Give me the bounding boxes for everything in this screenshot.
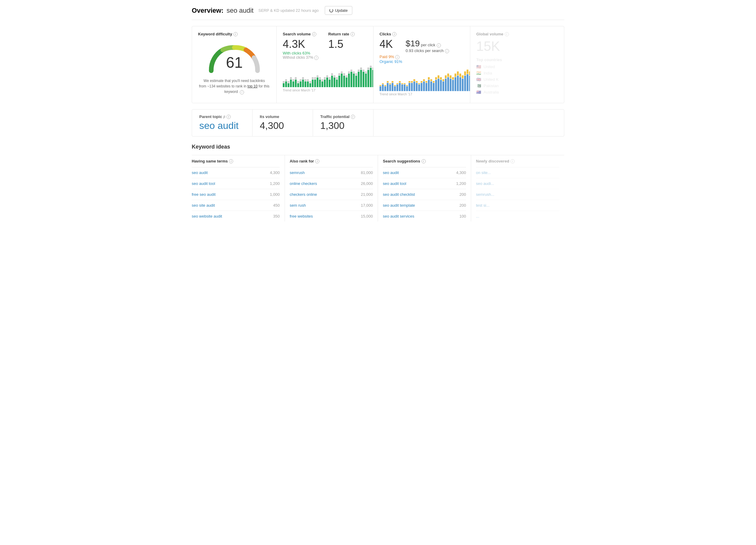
flag-icon: 🇺🇸 (476, 64, 481, 69)
top-countries-label: Top countries (476, 57, 558, 62)
bar-organic (442, 81, 444, 91)
keyword-ideas-section: Keyword ideas Having same termsiseo audi… (192, 144, 564, 221)
keyword-row: seo audit checklist200 (383, 189, 466, 200)
bar-top (302, 77, 304, 79)
gauge-desc-info[interactable]: i (240, 90, 244, 94)
difficulty-info-icon[interactable]: i (233, 32, 238, 36)
keyword-link[interactable]: seo website audit (192, 214, 222, 218)
bar-bottom (290, 80, 292, 87)
keyword-link[interactable]: seo audit checklist (383, 192, 415, 197)
bar-paid (401, 83, 403, 84)
keyword-link[interactable]: test si... (476, 203, 490, 207)
bar-bottom (363, 72, 364, 87)
clicks-info[interactable]: i (392, 32, 396, 36)
bar-organic (384, 86, 386, 91)
bar-paid (411, 81, 413, 83)
bar-top (283, 81, 285, 83)
country-name: India (484, 71, 492, 75)
bar-paid (442, 79, 444, 81)
bar-group (285, 63, 287, 87)
bar-top (341, 71, 343, 73)
without-clicks-info[interactable]: i (314, 56, 318, 60)
keyword-ideas-grid: Having same termsiseo audit4,300seo audi… (192, 155, 564, 221)
update-button[interactable]: Update (325, 6, 352, 15)
keyword-link[interactable]: seo site audit (192, 203, 215, 207)
keyword-link[interactable]: free seo audit (192, 192, 216, 197)
keyword-link[interactable]: seo audit tool (192, 181, 215, 186)
bar-group (464, 67, 466, 91)
bar-group (321, 63, 323, 87)
bar-group (346, 63, 347, 87)
gauge-svg: 61 (204, 42, 265, 75)
bar-organic (440, 80, 442, 91)
keyword-link[interactable]: seo audi... (476, 181, 494, 186)
bar-top (358, 70, 360, 71)
bar-top (346, 75, 347, 77)
bar-group (336, 63, 338, 87)
keyword-link[interactable]: online checkers (290, 181, 317, 186)
keyword-row: seo audit4,300 (383, 167, 466, 178)
traffic-info[interactable]: i (351, 115, 355, 119)
bar-bottom (346, 77, 347, 87)
bar-organic (418, 84, 420, 91)
bar-bottom (341, 73, 343, 87)
bar-paid (459, 73, 461, 77)
bar-organic (396, 84, 398, 91)
keyword-link[interactable]: on site... (476, 170, 491, 175)
global-info[interactable]: i (505, 32, 509, 36)
bar-paid (430, 79, 432, 81)
bar-group (382, 67, 384, 91)
top10-link[interactable]: top 10 (247, 84, 257, 88)
bar-paid (396, 83, 398, 84)
bar-group (430, 67, 432, 91)
bar-paid (406, 85, 408, 86)
flag-icon: 🇮🇳 (476, 71, 481, 75)
bar-group (452, 67, 454, 91)
cpc-section: $19 per click i 0.93 clicks per search i (406, 32, 449, 53)
kw-volume: 21,000 (361, 192, 373, 197)
keyword-link[interactable]: seo audit (383, 170, 399, 175)
cpc-info[interactable]: i (437, 43, 441, 47)
col-header-info[interactable]: i (422, 159, 426, 163)
bar-paid (425, 81, 427, 83)
cps-info[interactable]: i (445, 49, 449, 53)
search-volume-info[interactable]: i (312, 32, 316, 36)
keyword-row: seo audit services100 (383, 211, 466, 221)
bar-top (370, 66, 372, 67)
bar-bottom (334, 77, 335, 87)
bar-group (329, 63, 331, 87)
flag-icon: 🇬🇧 (476, 77, 481, 82)
keyword-link[interactable]: sem rush (290, 203, 306, 207)
keyword-link[interactable]: semrush... (476, 192, 494, 197)
keyword-link[interactable]: free websites (290, 214, 313, 218)
keyword-link[interactable]: ... (476, 214, 479, 218)
keyword-link[interactable]: seo audit tool (383, 181, 406, 186)
keyword-link[interactable]: seo audit (192, 170, 208, 175)
bar-bottom (307, 81, 309, 87)
countries-list: 🇺🇸United🇮🇳India🇬🇧United K🇵🇰Pakistan🇦🇺Aus… (476, 64, 558, 94)
bar-group (317, 63, 318, 87)
keyword-link[interactable]: semrush (290, 170, 305, 175)
bar-top (292, 79, 294, 81)
keyword-link[interactable]: checkers online (290, 192, 317, 197)
paid-info[interactable]: i (395, 55, 399, 59)
bar-paid (409, 81, 410, 83)
keyword-link[interactable]: seo audit services (383, 214, 414, 218)
bar-bottom (360, 70, 362, 87)
bar-group (326, 63, 328, 87)
bar-group (307, 63, 309, 87)
keyword-ideas-title: Keyword ideas (192, 144, 564, 150)
parent-topic-keyword[interactable]: seo audit (199, 120, 245, 131)
bar-organic (425, 83, 427, 91)
bar-group (442, 67, 444, 91)
refresh-icon (329, 8, 333, 12)
parent-topic-info[interactable]: i (226, 115, 231, 119)
keyword-link[interactable]: seo audit template (383, 203, 415, 207)
bar-group (297, 63, 299, 87)
bar-group (462, 67, 464, 91)
bar-paid (445, 75, 447, 78)
return-rate-info[interactable]: i (350, 32, 355, 36)
col-header-info[interactable]: i (315, 159, 319, 163)
col-header-info[interactable]: i (229, 159, 233, 163)
col-header-info[interactable]: i (510, 159, 515, 163)
